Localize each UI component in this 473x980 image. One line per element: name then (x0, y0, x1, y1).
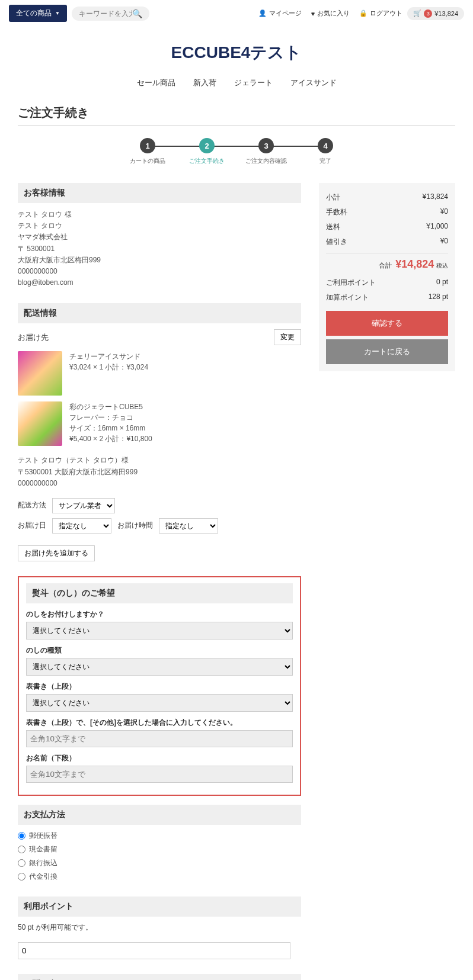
payment-option[interactable]: 代金引換 (18, 872, 301, 882)
page-title: ご注文手続き (18, 100, 455, 126)
mypage-link[interactable]: 👤マイページ (258, 9, 302, 18)
date-label: お届け日 (18, 520, 46, 531)
noshi-other-input[interactable] (26, 730, 293, 747)
nav-sale[interactable]: セール商品 (137, 78, 175, 88)
points-input[interactable] (18, 942, 290, 959)
cart-badge: 3 (424, 9, 432, 18)
nav-new[interactable]: 新入荷 (193, 78, 216, 88)
noshi-heading: 熨斗（のし）のご希望 (26, 583, 293, 603)
category-dropdown[interactable]: 全ての商品 (9, 5, 67, 22)
heart-icon: ♥ (311, 10, 315, 17)
product-thumb (18, 401, 62, 446)
contact-heading: お問い合わせ (18, 974, 301, 980)
noshi-other-label: 表書き（上段）で、[その他]を選択した場合に入力してください。 (26, 718, 293, 728)
nav-gelato[interactable]: ジェラート (234, 78, 273, 88)
checkout-progress: 1カートの商品 2ご注文手続き 3ご注文内容確認 4完了 (18, 138, 455, 165)
customer-heading: お客様情報 (18, 183, 301, 203)
confirm-button[interactable]: 確認する (326, 311, 448, 336)
product-thumb (18, 351, 62, 396)
lock-icon: 🔒 (359, 9, 367, 17)
dest-label: お届け先 (18, 332, 49, 343)
nav-icesand[interactable]: アイスサンド (290, 78, 337, 88)
payment-option[interactable]: 郵便振替 (18, 831, 301, 841)
cart-icon: 🛒 (413, 9, 421, 17)
noshi-attach-label: のしをお付けしますか？ (26, 609, 293, 619)
customer-info: テスト タロウ 様テスト タロウヤマダ株式会社 〒 5300001大阪府大阪市北… (18, 209, 301, 288)
change-dest-button[interactable]: 変更 (274, 329, 301, 345)
site-logo[interactable]: ECCUBE4テスト (0, 27, 473, 73)
noshi-name-label: お名前（下段） (26, 753, 293, 763)
order-summary: 小計¥13,824 手数料¥0 送料¥1,000 値引き¥0 合計¥14,824… (319, 183, 455, 371)
shipping-heading: 配送情報 (18, 303, 301, 323)
noshi-type-label: のしの種類 (26, 645, 293, 656)
cart-button[interactable]: 🛒 3 ¥13,824 (407, 7, 464, 20)
search-icon[interactable]: 🔍 (132, 9, 142, 18)
delivery-time-select[interactable]: 指定なし (159, 518, 218, 534)
noshi-upper-label: 表書き（上段） (26, 682, 293, 692)
points-heading: 利用ポイント (18, 897, 301, 917)
product-row: 彩のジェラートCUBE5フレーバー：チョコサイズ：16mm × 16mm¥5,4… (18, 401, 301, 446)
time-label: お届け時間 (117, 520, 153, 531)
search-input[interactable] (79, 9, 132, 18)
noshi-attach-select[interactable]: 選択してください (26, 622, 293, 640)
noshi-name-input[interactable] (26, 766, 293, 783)
product-row: チェリーアイスサンド¥3,024 × 1 小計：¥3,024 (18, 351, 301, 396)
user-icon: 👤 (258, 9, 267, 17)
payment-option[interactable]: 銀行振込 (18, 858, 301, 868)
back-to-cart-button[interactable]: カートに戻る (326, 339, 448, 364)
points-available: 50 pt が利用可能です。 (18, 923, 301, 933)
noshi-type-select[interactable]: 選択してください (26, 658, 293, 676)
method-label: 配送方法 (18, 500, 46, 510)
delivery-date-select[interactable]: 指定なし (52, 518, 111, 534)
shipping-address: テスト タロウ（テスト タロウ）様〒5300001 大阪府大阪市北区梅田9990… (18, 455, 301, 489)
payment-heading: お支払方法 (18, 805, 301, 825)
payment-option[interactable]: 現金書留 (18, 844, 301, 854)
logout-link[interactable]: 🔒ログアウト (359, 9, 402, 18)
favorite-link[interactable]: ♥お気に入り (311, 9, 350, 18)
noshi-upper-select[interactable]: 選択してください (26, 694, 293, 712)
shipping-method-select[interactable]: サンプル業者 (52, 498, 115, 513)
noshi-section: 熨斗（のし）のご希望 のしをお付けしますか？ 選択してください のしの種類 選択… (18, 576, 301, 796)
add-dest-button[interactable]: お届け先を追加する (18, 545, 95, 561)
